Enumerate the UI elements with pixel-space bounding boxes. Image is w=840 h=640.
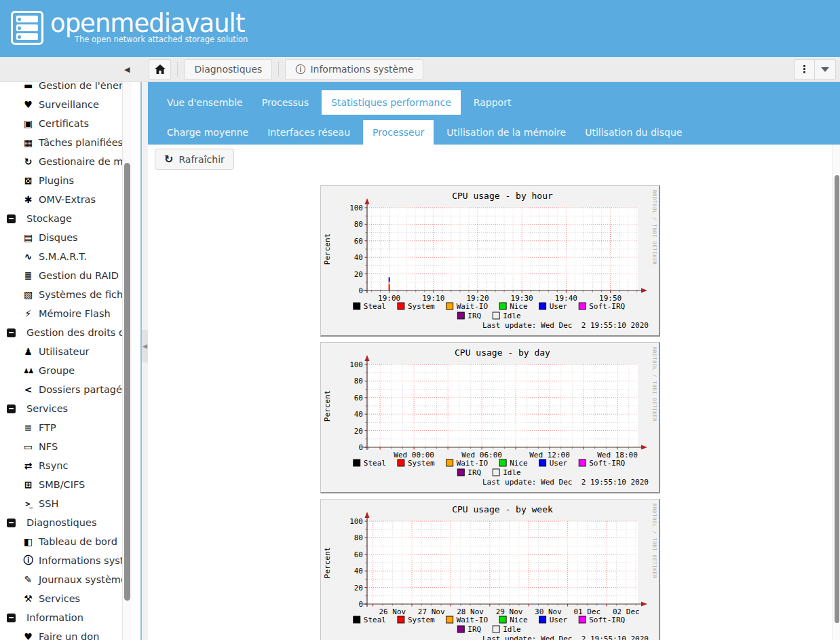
sidebar-item-informations-syst-me[interactable]: ⓘInformations système (0, 551, 132, 570)
sidebar-item-label: FTP (39, 422, 56, 433)
breadcrumb-bar: ◀ Diagnostiques ⓘ Informations système ⋮ (0, 57, 840, 82)
overflow-menu-button[interactable]: ⋮ (794, 59, 815, 80)
sidebar-item-gestion-du-raid[interactable]: ≣Gestion du RAID (0, 266, 132, 285)
tab-processus[interactable]: Processus (256, 90, 315, 115)
sidebar-item-label: Diagnostiques (26, 517, 96, 528)
subtab-processeur[interactable]: Processeur (363, 120, 434, 145)
svg-text:RRDTOOL / TOBI OETIKER: RRDTOOL / TOBI OETIKER (651, 504, 657, 578)
svg-text:60: 60 (354, 394, 363, 402)
sidebar-item-s-m-a-r-t-[interactable]: ∿S.M.A.R.T. (0, 247, 132, 266)
tab-vue-d-ensemble[interactable]: Vue d'ensemble (161, 90, 249, 115)
sidebar-nav: ▬Gestion de l'énergie♥Surveillance▣Certi… (0, 82, 140, 640)
svg-text:Soft-IRQ: Soft-IRQ (589, 616, 625, 624)
sidebar-item-m-moire-flash[interactable]: ⚡Mémoire Flash (0, 304, 132, 323)
app-header: openmediavault The open network attached… (0, 0, 840, 57)
svg-text:40: 40 (354, 567, 363, 576)
svg-text:Steal: Steal (364, 616, 386, 624)
user-icon: ♟ (22, 346, 35, 357)
sidebar-scrollbar-thumb[interactable] (124, 163, 130, 601)
sidebar-item-omv-extras[interactable]: ✱OMV-Extras (0, 190, 132, 209)
sidebar-collapse-handle[interactable]: ◀ (142, 330, 148, 362)
svg-text:CPU usage - by week: CPU usage - by week (452, 504, 553, 514)
svg-text:System: System (408, 302, 435, 311)
info-circle-icon: ⓘ (295, 63, 305, 76)
sidebar-item-nfs[interactable]: ▭NFS (0, 437, 132, 456)
sidebar-item-services[interactable]: ⚒Services (0, 589, 132, 608)
svg-text:20: 20 (354, 270, 363, 279)
breadcrumb-item-informations-systeme[interactable]: ⓘ Informations système (285, 59, 423, 80)
sidebar-item-gestionaire-de-mises-jour[interactable]: ↻Gestionaire de mises à jour (0, 152, 132, 171)
raid-icon: ≣ (22, 270, 35, 281)
breadcrumb-item-diagnostiques[interactable]: Diagnostiques (184, 59, 272, 80)
svg-text:60: 60 (354, 550, 363, 559)
sidebar-item-ssh[interactable]: >_SSH (0, 494, 132, 513)
content-scrollbar-thumb[interactable] (835, 175, 839, 623)
sidebar-item-services[interactable]: Services (0, 399, 132, 418)
sidebar-item-syst-mes-de-fichiers[interactable]: ▧Systèmes de fichiers (0, 285, 132, 304)
svg-text:IRQ: IRQ (467, 625, 481, 634)
sidebar-item-disques[interactable]: ▤Disques (0, 228, 132, 247)
rsync-icon: ⇄ (22, 460, 35, 471)
collapse-icon (7, 614, 16, 622)
svg-text:Steal: Steal (364, 459, 386, 468)
subtab-utilisation-du-disque[interactable]: Utilisation du disque (579, 120, 688, 145)
tab-rapport[interactable]: Rapport (467, 90, 518, 115)
sidebar-item-gestion-de-l-nergie[interactable]: ▬Gestion de l'énergie (0, 82, 132, 95)
svg-text:20: 20 (354, 427, 363, 436)
svg-text:Idle: Idle (503, 468, 521, 477)
sidebar-item-surveillance[interactable]: ♥Surveillance (0, 95, 132, 114)
update-icon: ↻ (22, 156, 35, 167)
subtab-charge-moyenne[interactable]: Charge moyenne (161, 120, 254, 145)
svg-text:Nice: Nice (510, 302, 528, 311)
sidebar-item-label: Journaux système (39, 574, 127, 585)
sidebar-item-tableau-de-bord[interactable]: ◧Tableau de bord (0, 532, 132, 551)
nfs-icon: ▭ (22, 441, 35, 452)
svg-text:100: 100 (349, 360, 363, 369)
sidebar-item-diagnostiques[interactable]: Diagnostiques (0, 513, 132, 532)
sidebar-item-smb-cifs[interactable]: ⊞SMB/CIFS (0, 475, 132, 494)
rrd-graph-cpu-usage-by-week: 02040608010026 Nov27 Nov28 Nov29 Nov30 N… (320, 499, 660, 640)
svg-text:User: User (550, 302, 568, 311)
sidebar-item-plugins[interactable]: ⊠Plugins (0, 171, 132, 190)
sidebar-item-faire-un-don[interactable]: ♥Faire un don (0, 627, 132, 640)
subtab-utilisation-de-la-m-moire[interactable]: Utilisation de la mémoire (440, 120, 572, 145)
svg-text:0: 0 (358, 286, 363, 295)
sidebar-collapse-icon[interactable]: ◀ (124, 65, 130, 74)
svg-text:RRDTOOL / TOBI OETIKER: RRDTOOL / TOBI OETIKER (651, 190, 657, 265)
svg-text:0: 0 (358, 443, 363, 452)
sidebar-scrollbar[interactable] (122, 82, 132, 640)
svg-text:40: 40 (354, 253, 363, 262)
home-button[interactable] (149, 59, 171, 80)
sidebar-item-gestion-des-droits-d-acc-s[interactable]: Gestion des droits d'accès (0, 323, 132, 342)
app-logo: openmediavault The open network attached… (11, 11, 248, 45)
sidebar-item-stockage[interactable]: Stockage (0, 209, 132, 228)
filesystem-icon: ▧ (22, 289, 35, 300)
sidebar-item-journaux-syst-me[interactable]: ✎Journaux système (0, 570, 132, 589)
svg-text:IRQ: IRQ (467, 312, 481, 320)
refresh-button[interactable]: ↻ Rafraîchir (155, 149, 234, 170)
dropdown-button[interactable] (815, 59, 836, 80)
heart-icon: ♥ (22, 631, 35, 640)
sidebar-item-ftp[interactable]: ≡FTP (0, 418, 132, 437)
breadcrumb-separator (278, 62, 279, 77)
collapse-icon (7, 519, 16, 527)
content-scrollbar[interactable] (833, 145, 840, 640)
caret-down-icon (821, 67, 829, 72)
sidebar-item-label: Services (39, 593, 80, 604)
tab-statistiques-performance[interactable]: Statistiques performance (322, 90, 461, 115)
sidebar-item-dossiers-partag-s[interactable]: <Dossiers partagés (0, 380, 132, 399)
svg-text:Soft-IRQ: Soft-IRQ (589, 302, 625, 311)
sidebar-item-information[interactable]: Information (0, 608, 132, 627)
sidebar-item-label: Disques (39, 232, 78, 243)
svg-text:100: 100 (349, 517, 363, 526)
sidebar-item-rsync[interactable]: ⇄Rsync (0, 456, 132, 475)
subtab-interfaces-r-seau[interactable]: Interfaces réseau (261, 120, 356, 145)
sidebar-item-label: Systèmes de fichiers (39, 289, 132, 300)
sidebar-item-t-ches-planifi-es[interactable]: ▦Tâches planifiées (0, 133, 132, 152)
sidebar-item-groupe[interactable]: ♟♟Groupe (0, 361, 132, 380)
chevron-left-icon: ◀ (142, 343, 147, 350)
refresh-icon: ↻ (164, 153, 173, 166)
sidebar-item-utilisateur[interactable]: ♟Utilisateur (0, 342, 132, 361)
sidebar-item-certificats[interactable]: ▣Certificats (0, 114, 132, 133)
svg-text:Percent: Percent (323, 390, 332, 421)
